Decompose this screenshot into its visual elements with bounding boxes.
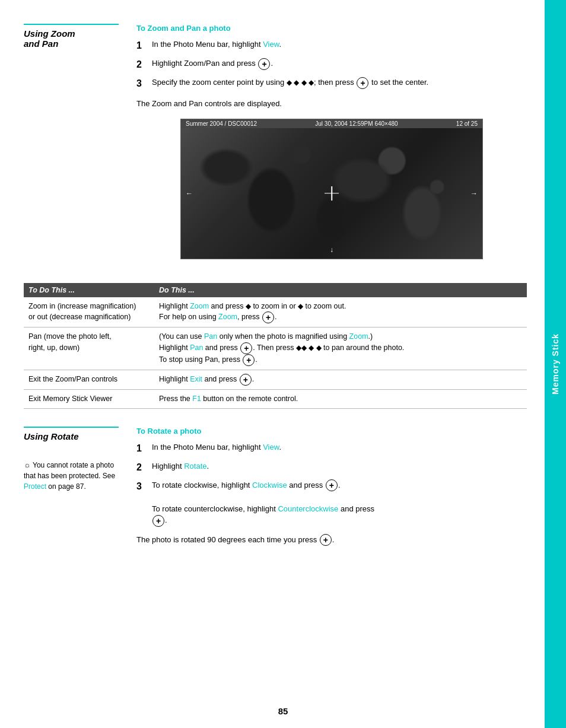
- photo-header-middle: Jul 30, 2004 12:59PM 640×480: [315, 120, 398, 127]
- photo-header: Summer 2004 / DSC00012 Jul 30, 2004 12:5…: [181, 119, 482, 128]
- rotate-step-text-1: In the Photo Menu bar, highlight View.: [152, 441, 281, 453]
- rotate-section-title: Using Rotate: [24, 427, 119, 441]
- zoom-step-3: 3 Specify the zoom center point by using…: [136, 77, 527, 91]
- table-cell-dothis-2: (You can use Pan only when the photo is …: [154, 328, 527, 370]
- table-cell-todo-3: Exit the Zoom/Pan controls: [24, 370, 154, 390]
- table-header-dothis: Do This ...: [154, 283, 527, 297]
- plus-btn-t1: +: [262, 311, 274, 323]
- page-number: 85: [278, 706, 288, 716]
- rotate-subsection-title: To Rotate a photo: [136, 427, 527, 435]
- zoom-section-title: Using Zoom and Pan: [24, 24, 119, 49]
- photo-header-right: 12 of 25: [456, 120, 478, 127]
- rotate-step-num-2: 2: [136, 460, 147, 475]
- photo-arrow-left: ←: [186, 189, 193, 198]
- step-text-2: Highlight Zoom/Pan and press +.: [152, 58, 273, 70]
- page-wrapper: Using Zoom and Pan To Zoom and Pan a pho…: [0, 0, 566, 728]
- main-content: Using Zoom and Pan To Zoom and Pan a pho…: [0, 0, 545, 728]
- table-cell-todo-1: Zoom in (increase magnification)or out (…: [24, 297, 154, 328]
- plus-btn-t3: +: [240, 374, 252, 386]
- plus-btn-t2a: +: [240, 342, 252, 354]
- step-text-3: Specify the zoom center point by using ◆…: [152, 77, 428, 89]
- rotate-step-num-1: 1: [136, 441, 147, 456]
- rotate-steps-list: 1 In the Photo Menu bar, highlight View.…: [136, 441, 527, 527]
- table-header-todo: To Do This ...: [24, 283, 154, 297]
- zoom-step-1: 1 In the Photo Menu bar, highlight View.: [136, 39, 527, 53]
- rotate-content: To Rotate a photo 1 In the Photo Menu ba…: [136, 427, 527, 552]
- plus-btn-3: +: [357, 77, 368, 89]
- zoom-note: The Zoom and Pan controls are displayed.: [136, 98, 527, 110]
- table-row: Pan (move the photo left,right, up, down…: [24, 328, 527, 370]
- side-tab: Memory Stick: [545, 0, 566, 728]
- table-cell-dothis-3: Highlight Exit and press +.: [154, 370, 527, 390]
- plus-btn-r3a: +: [326, 479, 338, 491]
- photo-viewer: Summer 2004 / DSC00012 Jul 30, 2004 12:5…: [180, 119, 483, 259]
- step-num-2: 2: [136, 58, 147, 72]
- tip-icon: ☼: [24, 460, 31, 469]
- rotate-step-text-2: Highlight Rotate.: [152, 460, 209, 472]
- rotate-step-num-3: 3: [136, 479, 147, 494]
- zoom-section: Using Zoom and Pan To Zoom and Pan a pho…: [24, 24, 527, 271]
- rotate-title-col: Using Rotate ☼ You cannot rotate a photo…: [24, 427, 119, 552]
- zoom-title-col: Using Zoom and Pan: [24, 24, 119, 271]
- table-cell-dothis-4: Press the F1 button on the remote contro…: [154, 390, 527, 409]
- zoom-step-2: 2 Highlight Zoom/Pan and press +.: [136, 58, 527, 72]
- tip-text: You cannot rotate a photo that has been …: [24, 461, 115, 491]
- rotate-note: The photo is rotated 90 degrees each tim…: [136, 534, 527, 546]
- photo-arrow-right: →: [470, 189, 478, 198]
- crosshair: [325, 186, 339, 201]
- rotate-step-text-3: To rotate clockwise, highlight Clockwise…: [152, 479, 374, 527]
- zoom-info-table: To Do This ... Do This ... Zoom in (incr…: [24, 283, 527, 409]
- plus-btn-r3b: +: [152, 515, 164, 527]
- table-row: Exit the Zoom/Pan controls Highlight Exi…: [24, 370, 527, 390]
- photo-header-left: Summer 2004 / DSC00012: [186, 120, 257, 127]
- table-cell-todo-2: Pan (move the photo left,right, up, down…: [24, 328, 154, 370]
- zoom-subsection-title: To Zoom and Pan a photo: [136, 24, 527, 33]
- rotate-section: Using Rotate ☼ You cannot rotate a photo…: [24, 427, 527, 552]
- side-tab-text: Memory Stick: [551, 333, 560, 395]
- step-text-1: In the Photo Menu bar, highlight View.: [152, 39, 281, 50]
- table-row: Exit Memory Stick Viewer Press the F1 bu…: [24, 390, 527, 409]
- zoom-content: To Zoom and Pan a photo 1 In the Photo M…: [136, 24, 527, 271]
- table-row: Zoom in (increase magnification)or out (…: [24, 297, 527, 328]
- table-cell-todo-4: Exit Memory Stick Viewer: [24, 390, 154, 409]
- step-num-1: 1: [136, 39, 147, 53]
- zoom-steps-list: 1 In the Photo Menu bar, highlight View.…: [136, 39, 527, 91]
- table-cell-dothis-1: Highlight Zoom and press ◆ to zoom in or…: [154, 297, 527, 328]
- rotate-tip: ☼ You cannot rotate a photo that has bee…: [24, 459, 119, 492]
- rotate-step-3: 3 To rotate clockwise, highlight Clockwi…: [136, 479, 527, 527]
- plus-btn-rfinal: +: [320, 534, 332, 546]
- plus-btn-2: +: [258, 58, 270, 70]
- photo-body: ← → ↓: [181, 128, 482, 259]
- step-num-3: 3: [136, 77, 147, 91]
- plus-btn-t2b: +: [243, 354, 255, 366]
- rotate-step-1: 1 In the Photo Menu bar, highlight View.: [136, 441, 527, 456]
- rotate-step-2: 2 Highlight Rotate.: [136, 460, 527, 475]
- photo-arrow-down: ↓: [330, 246, 333, 254]
